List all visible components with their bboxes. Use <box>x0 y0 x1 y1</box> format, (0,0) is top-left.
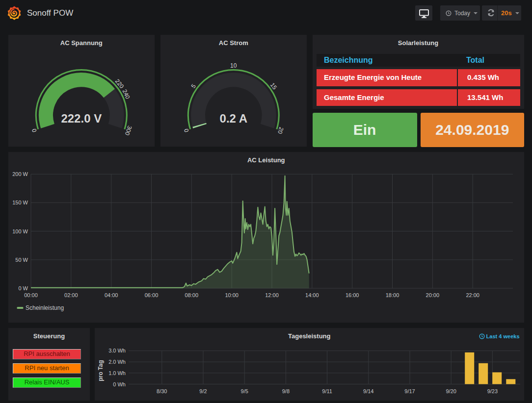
svg-text:200 W: 200 W <box>12 171 28 177</box>
svg-text:pro Tag: pro Tag <box>97 360 104 381</box>
svg-text:9/2: 9/2 <box>199 388 207 394</box>
svg-text:222.0 V: 222.0 V <box>61 112 102 125</box>
svg-text:06:00: 06:00 <box>145 292 159 298</box>
svg-text:9/20: 9/20 <box>446 388 456 394</box>
svg-text:0.2 A: 0.2 A <box>220 112 247 125</box>
svg-text:04:00: 04:00 <box>105 292 118 298</box>
svg-text:08:00: 08:00 <box>185 292 199 298</box>
svg-text:0: 0 <box>183 128 190 133</box>
svg-text:150 W: 150 W <box>12 200 28 205</box>
svg-text:00:00: 00:00 <box>24 292 38 298</box>
svg-text:9/14: 9/14 <box>363 388 373 394</box>
svg-text:22:00: 22:00 <box>466 292 479 298</box>
svg-text:100 W: 100 W <box>12 228 28 234</box>
svg-text:240: 240 <box>121 88 131 100</box>
svg-text:10: 10 <box>230 62 237 69</box>
svg-text:50 W: 50 W <box>15 257 28 263</box>
svg-text:9/23: 9/23 <box>487 388 498 394</box>
svg-text:16:00: 16:00 <box>346 292 359 298</box>
svg-text:10:00: 10:00 <box>225 292 239 298</box>
svg-text:3.0 Wh: 3.0 Wh <box>108 348 126 353</box>
svg-text:0 W: 0 W <box>18 285 28 291</box>
svg-text:18:00: 18:00 <box>386 292 399 298</box>
svg-text:2.0 Wh: 2.0 Wh <box>108 359 126 365</box>
svg-text:Scheinleistung: Scheinleistung <box>26 304 64 311</box>
svg-text:0: 0 <box>30 128 38 133</box>
svg-text:0 Wh: 0 Wh <box>113 381 126 387</box>
svg-text:220: 220 <box>114 78 126 90</box>
svg-text:20:00: 20:00 <box>426 292 440 298</box>
svg-text:02:00: 02:00 <box>64 292 78 298</box>
svg-text:9/11: 9/11 <box>322 388 332 394</box>
svg-text:1.0 Wh: 1.0 Wh <box>108 370 126 376</box>
svg-text:9/5: 9/5 <box>241 388 248 394</box>
svg-text:9/8: 9/8 <box>282 388 290 394</box>
svg-text:12:00: 12:00 <box>265 292 279 298</box>
svg-text:9/17: 9/17 <box>404 388 415 394</box>
svg-text:14:00: 14:00 <box>305 292 319 298</box>
svg-text:8/30: 8/30 <box>157 388 167 394</box>
